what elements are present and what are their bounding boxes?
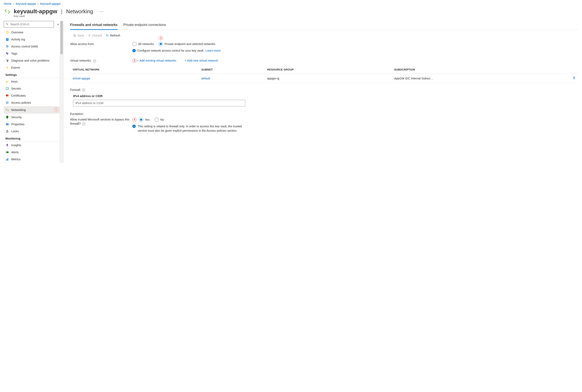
cell-subscription: AppGW IDC Internal Subscr… (392, 74, 570, 83)
svg-point-8 (7, 46, 8, 46)
sidebar-item-locks[interactable]: Locks (4, 128, 60, 135)
blade-title: Networking (66, 8, 93, 15)
exception-info: This setting is related to firewall only… (138, 124, 249, 133)
sidebar-item-label: Metrics (11, 158, 58, 161)
save-button[interactable]: 🖫 Save (73, 34, 84, 37)
vnet-link[interactable]: virtnet-appgw (73, 77, 90, 80)
key-icon (6, 80, 9, 84)
radio-exception-no[interactable]: No (155, 118, 164, 122)
sidebar-item-properties[interactable]: Properties (4, 121, 60, 128)
insights-icon (6, 143, 9, 147)
sidebar-item-overview[interactable]: Overview (4, 29, 60, 36)
sidebar-item-events[interactable]: Events (4, 64, 60, 71)
firewall-label: Firewall: (70, 88, 81, 92)
sidebar-item-label: Secrets (11, 87, 58, 90)
cell-rg: appgw-rg (265, 74, 392, 83)
scrollbar-thumb[interactable] (60, 21, 63, 54)
subnet-link[interactable]: default (202, 77, 210, 80)
breadcrumb: Home › keyvault-appgw › keyvault-appgw (4, 2, 578, 7)
svg-point-9 (8, 46, 8, 47)
resource-header: keyvault-appgw | Networking ⋯ Key vault (4, 7, 578, 21)
sidebar-item-label: Certificates (11, 94, 58, 97)
sidebar-scrollbar[interactable] (60, 21, 64, 163)
locks-icon (6, 130, 9, 133)
sidebar-item-label: Networking (11, 108, 52, 112)
tabs: Firewalls and virtual networks Private e… (70, 21, 578, 30)
refresh-button[interactable]: ↻ Refresh (106, 34, 120, 37)
ip-heading: IPv4 address or CIDR (73, 94, 578, 98)
svg-point-10 (7, 53, 7, 53)
col-sub: SUBSCRIPTION (392, 66, 570, 74)
annotation-1: 1 (54, 108, 58, 112)
breadcrumb-home[interactable]: Home (4, 2, 12, 6)
sidebar-item-label: Diagnose and solve problems (11, 59, 58, 62)
sidebar-item-label: Security (11, 116, 58, 119)
sidebar-item-label: Tags (11, 52, 58, 55)
radio-all-networks[interactable]: All networks (132, 42, 154, 46)
radio-exception-yes[interactable]: Yes (139, 118, 150, 122)
svg-rect-26 (7, 123, 8, 125)
sidebar-item-alerts[interactable]: Alerts (4, 149, 60, 156)
svg-line-4 (7, 32, 8, 33)
info-outline-icon[interactable]: i (82, 88, 85, 91)
sidebar-item-keys[interactable]: Keys (4, 78, 60, 85)
sidebar-item-secrets[interactable]: Secrets (4, 85, 60, 92)
allow-access-info: Configure network access control for you… (137, 49, 204, 52)
collapse-sidebar-button[interactable]: « (57, 22, 60, 26)
svg-point-24 (6, 103, 7, 104)
tab-private-endpoint[interactable]: Private endpoint connections (124, 21, 166, 30)
tab-firewalls[interactable]: Firewalls and virtual networks (70, 21, 118, 30)
activity-icon (6, 38, 9, 41)
radio-selected-networks[interactable]: Private endpoint and selected networks (159, 42, 215, 46)
sidebar-item-security[interactable]: Security (4, 114, 60, 121)
info-outline-icon[interactable]: i (82, 122, 85, 126)
iam-icon (6, 44, 9, 48)
svg-rect-34 (8, 158, 8, 160)
sidebar-group-title: Settings (4, 71, 60, 78)
annotation-3: 3 (132, 58, 137, 63)
cert-icon (6, 94, 9, 98)
svg-rect-6 (7, 39, 8, 39)
annotation-4: 4 (132, 118, 137, 122)
sidebar-group-title: Monitoring (4, 135, 60, 142)
search-icon (6, 22, 9, 26)
breadcrumb-level1[interactable]: keyvault-appgw (16, 2, 36, 6)
exception-section-label: Exception: (70, 112, 578, 116)
content-area: Firewalls and virtual networks Private e… (64, 21, 578, 141)
diagnose-icon (6, 59, 9, 62)
info-outline-icon[interactable]: i (93, 60, 96, 62)
delete-row-button[interactable] (572, 77, 576, 80)
sidebar-item-label: Locks (11, 130, 58, 133)
ip-cidr-input[interactable] (73, 100, 245, 106)
svg-rect-30 (6, 152, 9, 153)
add-existing-vnet-link[interactable]: +Add existing virtual networks (137, 59, 176, 62)
discard-button[interactable]: ✕ Discard (88, 34, 102, 37)
events-icon (6, 66, 9, 70)
col-rg: RESOURCE GROUP (265, 66, 392, 74)
sidebar-item-networking[interactable]: Networking 1 (4, 106, 60, 114)
learn-more-link[interactable]: Learn more (206, 49, 221, 52)
sidebar-item-access-policies[interactable]: Access policies (4, 99, 60, 106)
sidebar-search[interactable] (4, 21, 54, 28)
table-row: virtnet-appgw default appgw-rg AppGW IDC… (70, 74, 578, 83)
more-actions-button[interactable]: ⋯ (99, 9, 104, 14)
add-new-vnet-link[interactable]: +Add new virtual network (185, 59, 218, 62)
metrics-icon (6, 158, 9, 161)
col-vnet: VIRTUAL NETWORK (70, 66, 199, 74)
sidebar-item-insights[interactable]: Insights (4, 142, 60, 149)
sidebar-item-activity-log[interactable]: Activity log (4, 36, 60, 43)
sidebar-item-access-control-iam-[interactable]: Access control (IAM) (4, 43, 60, 50)
breadcrumb-sep-icon: › (38, 2, 39, 6)
refresh-icon: ↻ (106, 34, 109, 37)
sidebar-item-tags[interactable]: Tags (4, 50, 60, 57)
svg-rect-28 (7, 131, 8, 132)
sidebar-item-metrics[interactable]: Metrics (4, 156, 60, 163)
secret-icon (6, 87, 9, 90)
sidebar-item-certificates[interactable]: Certificates (4, 92, 60, 99)
sidebar-search-input[interactable] (10, 22, 52, 26)
sidebar-item-diagnose-and-solve-problems[interactable]: Diagnose and solve problems (4, 57, 60, 64)
networking-icon (6, 108, 9, 112)
virtual-networks-table: VIRTUAL NETWORK SUBNET RESOURCE GROUP SU… (70, 66, 578, 83)
breadcrumb-level2[interactable]: keyvault-appgw (40, 2, 60, 6)
policies-icon (6, 101, 9, 104)
